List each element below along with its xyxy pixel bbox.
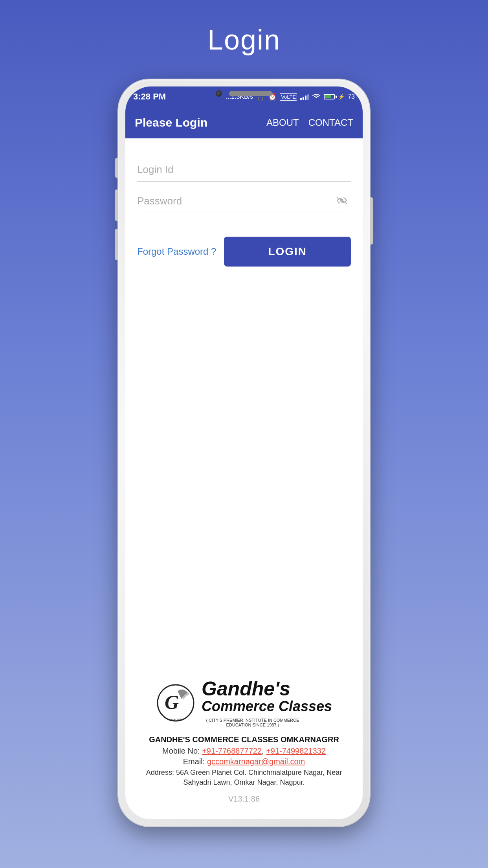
mobile-label: Mobile No: (162, 747, 200, 755)
forgot-password-link[interactable]: Forgot Password ? (137, 246, 216, 257)
logo-tagline: ( CITY'S PREMIER INSTITUTE IN COMMERCE E… (202, 716, 304, 727)
phone-screen: 3:28 PM ...1.3KB/s 🎧 ⏰ VoLTE (125, 86, 363, 819)
login-id-input[interactable] (137, 158, 351, 182)
login-id-group (137, 158, 351, 182)
app-header-nav: ABOUT CONTACT (266, 117, 353, 128)
app-header-title: Please Login (135, 116, 207, 129)
toggle-password-visibility-icon[interactable] (336, 195, 348, 208)
signal-bars (300, 94, 309, 100)
footer-info: GANDHE'S COMMERCE CLASSES OMKARNAGRR Mob… (133, 735, 355, 791)
password-group (137, 189, 351, 213)
volume-mute-button (115, 158, 118, 178)
page-title: Login (207, 24, 281, 56)
action-row: Forgot Password ? LOGIN (137, 237, 351, 267)
contact-nav-item[interactable]: CONTACT (308, 117, 353, 128)
phone2-link[interactable]: +91-7499821332 (266, 747, 326, 755)
battery-icon: ⚡ (324, 94, 345, 100)
logo-sub-text: Commerce Classes (202, 699, 332, 714)
battery-bolt: ⚡ (338, 94, 345, 100)
power-button (370, 197, 373, 245)
phone-mockup: 3:28 PM ...1.3KB/s 🎧 ⏰ VoLTE (118, 79, 370, 826)
email-link[interactable]: gccomkarnagar@gmail.com (207, 757, 305, 766)
battery-percent: 73 (348, 93, 355, 100)
footer-address: Address: 56A Green Planet Col. Chinchmal… (133, 768, 355, 787)
front-camera (216, 90, 222, 97)
app-content: Forgot Password ? LOGIN (125, 138, 363, 667)
app-header: Please Login ABOUT CONTACT (125, 107, 363, 138)
phone-top-details (216, 90, 272, 97)
email-label: Email: (183, 757, 205, 766)
speaker-grille (229, 91, 272, 96)
volume-down-button (115, 229, 118, 260)
svg-text:G: G (165, 691, 179, 713)
login-button[interactable]: LOGIN (224, 237, 351, 267)
volume-up-button (115, 189, 118, 221)
version-label: V13.1.86 (228, 794, 260, 804)
wifi-icon (312, 94, 321, 100)
status-bar: 3:28 PM ...1.3KB/s 🎧 ⏰ VoLTE (125, 86, 363, 107)
phone1-link[interactable]: +91-7768877722 (202, 747, 262, 755)
gandhe-logo-icon: G Since 1987 (156, 683, 195, 723)
logo-text-area: Gandhe's Commerce Classes ( CITY'S PREMI… (202, 679, 332, 727)
password-wrapper (137, 189, 351, 213)
footer-org-name: GANDHE'S COMMERCE CLASSES OMKARNAGRR (133, 735, 355, 744)
app-footer: G Since 1987 Gandhe's Commerce Classes (… (125, 667, 363, 819)
about-nav-item[interactable]: ABOUT (266, 117, 299, 128)
footer-email: Email: gccomkarnagar@gmail.com (133, 757, 355, 766)
footer-logo-area: G Since 1987 Gandhe's Commerce Classes (… (156, 679, 332, 727)
volte-icon: VoLTE (280, 93, 297, 101)
status-time: 3:28 PM (133, 92, 166, 102)
password-input[interactable] (137, 189, 351, 213)
svg-text:Since 1987: Since 1987 (169, 718, 182, 721)
footer-mobile: Mobile No: +91-7768877722, +91-749982133… (133, 747, 355, 756)
logo-main-text: Gandhe's (202, 679, 332, 699)
